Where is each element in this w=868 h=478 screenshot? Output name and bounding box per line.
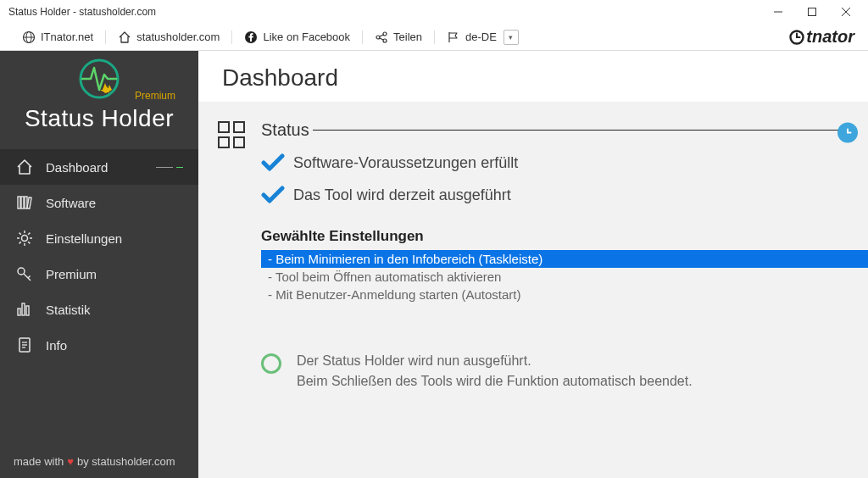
toolbar: ITnator.net statusholder.com Like on Fac…	[0, 24, 868, 51]
circle-icon	[261, 353, 281, 374]
window-titlebar: Status Holder - statusholder.com	[0, 0, 868, 24]
settings-list-item[interactable]: - Beim Minimieren in den Infobereich (Ta…	[261, 250, 868, 268]
svg-rect-45	[234, 137, 244, 147]
share-icon	[375, 31, 388, 44]
premium-badge: Premium	[135, 90, 175, 102]
settings-list-item[interactable]: - Tool beim Öffnen automatisch aktiviere…	[261, 268, 868, 286]
facebook-icon	[244, 31, 258, 44]
sidebar-footer: made with ♥ by statusholder.com	[0, 445, 198, 478]
sidebar-item-label: Premium	[46, 267, 97, 281]
settings-heading: Gewählte Einstellungen	[261, 228, 868, 245]
brand-logo: tnator	[789, 27, 858, 47]
globe-icon	[22, 31, 36, 44]
svg-rect-36	[22, 303, 25, 315]
footer-text: made with	[14, 455, 64, 468]
grid-icon	[217, 120, 246, 392]
svg-rect-43	[234, 122, 244, 132]
svg-rect-19	[18, 197, 20, 208]
svg-line-29	[28, 242, 30, 243]
divider-line	[313, 130, 843, 131]
status-check-label: Software-Voraussetzungen erfüllt	[293, 154, 518, 172]
sidebar-header: Premium Status Holder	[0, 51, 198, 144]
home-icon	[15, 158, 34, 176]
svg-point-32	[18, 268, 25, 275]
window-close-button[interactable]	[829, 0, 863, 24]
main-panel: Dashboard Status Software-Voraussetzunge…	[198, 51, 868, 478]
svg-rect-42	[219, 122, 229, 132]
window-maximize-button[interactable]	[795, 0, 829, 24]
sidebar-item-label: Einstellungen	[46, 231, 122, 246]
svg-rect-35	[18, 308, 20, 315]
toolbar-link-label: Teilen	[393, 31, 422, 43]
chevron-down-icon[interactable]: ▾	[504, 30, 519, 45]
sidebar-item-statistik[interactable]: Statistik	[0, 292, 198, 327]
bars-icon	[15, 300, 34, 319]
app-name: Status Holder	[0, 105, 198, 132]
check-icon	[261, 153, 285, 172]
heart-icon: ♥	[67, 455, 74, 468]
toolbar-link-label: ITnator.net	[41, 31, 93, 43]
svg-line-31	[19, 242, 21, 243]
svg-point-23	[22, 236, 28, 242]
document-icon	[15, 336, 34, 354]
status-check-row: Software-Voraussetzungen erfüllt	[261, 153, 868, 172]
key-icon	[15, 264, 34, 283]
status-heading: Status	[261, 120, 309, 140]
brand-text: tnator	[806, 27, 854, 47]
toolbar-link-label: Like on Facebook	[263, 31, 350, 43]
clock-icon	[837, 122, 858, 142]
page-title: Dashboard	[198, 51, 868, 102]
svg-rect-37	[26, 306, 29, 315]
svg-line-30	[28, 233, 30, 235]
sidebar-item-label: Info	[46, 338, 67, 353]
footer-text: by statusholder.com	[77, 455, 175, 468]
check-icon	[261, 186, 285, 204]
app-logo: Premium	[75, 58, 123, 100]
sidebar-item-label: Statistik	[46, 303, 91, 317]
svg-point-9	[383, 32, 387, 36]
sidebar-item-label: Software	[46, 196, 96, 210]
window-minimize-button[interactable]	[761, 0, 795, 24]
svg-rect-1	[809, 8, 816, 16]
clock-icon	[789, 30, 804, 45]
toolbar-link-itnator[interactable]: ITnator.net	[10, 24, 105, 50]
toolbar-link-label: statusholder.com	[136, 31, 220, 43]
sidebar-item-settings[interactable]: Einstellungen	[0, 220, 198, 256]
books-icon	[15, 193, 34, 212]
toolbar-link-statusholder[interactable]: statusholder.com	[106, 24, 231, 50]
settings-list: - Beim Minimieren in den Infobereich (Ta…	[261, 250, 868, 303]
svg-line-12	[380, 38, 384, 40]
svg-line-11	[380, 35, 384, 36]
gear-icon	[15, 229, 34, 247]
svg-rect-44	[219, 137, 229, 147]
status-check-row: Das Tool wird derzeit ausgeführt	[261, 186, 868, 204]
sidebar-nav: Dashboard Software Einstellungen Premium…	[0, 149, 198, 363]
svg-point-10	[383, 39, 387, 42]
sidebar-item-label: Dashboard	[46, 160, 108, 175]
sidebar-item-software[interactable]: Software	[0, 185, 198, 220]
sidebar-item-dashboard[interactable]: Dashboard	[0, 149, 198, 185]
svg-rect-20	[21, 197, 24, 208]
sidebar: Premium Status Holder Dashboard Software…	[0, 51, 198, 478]
toolbar-link-share[interactable]: Teilen	[363, 24, 434, 50]
status-check-label: Das Tool wird derzeit ausgeführt	[293, 186, 511, 204]
running-status: Der Status Holder wird nun ausgeführt. B…	[261, 351, 868, 392]
running-text-line: Beim Schließen des Tools wird die Funkti…	[297, 371, 693, 392]
sidebar-item-info[interactable]: Info	[0, 327, 198, 363]
svg-line-34	[28, 276, 31, 279]
toolbar-link-facebook[interactable]: Like on Facebook	[232, 24, 362, 50]
sidebar-item-premium[interactable]: Premium	[0, 256, 198, 292]
settings-list-item[interactable]: - Mit Benutzer-Anmeldung starten (Autost…	[261, 286, 868, 303]
toolbar-language-label: de-DE	[465, 31, 497, 43]
svg-point-8	[376, 36, 380, 39]
running-text-line: Der Status Holder wird nun ausgeführt.	[297, 351, 693, 371]
window-title: Status Holder - statusholder.com	[5, 6, 761, 18]
toolbar-language-selector[interactable]: de-DE ▾	[435, 24, 531, 50]
flag-icon	[447, 31, 460, 44]
home-icon	[118, 31, 131, 44]
svg-line-28	[19, 233, 21, 235]
active-indicator	[156, 167, 183, 168]
main-body: Status Software-Voraussetzungen erfüllt …	[198, 102, 868, 478]
